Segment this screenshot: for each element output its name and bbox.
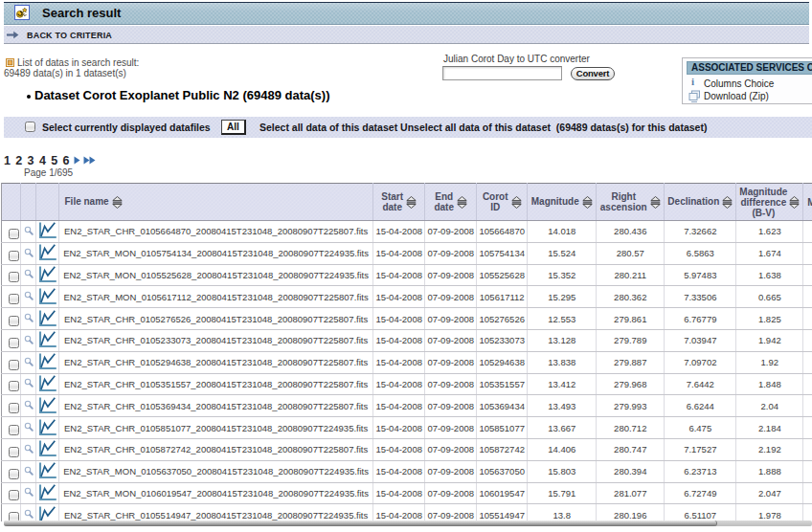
svg-text:i: i xyxy=(691,77,694,87)
